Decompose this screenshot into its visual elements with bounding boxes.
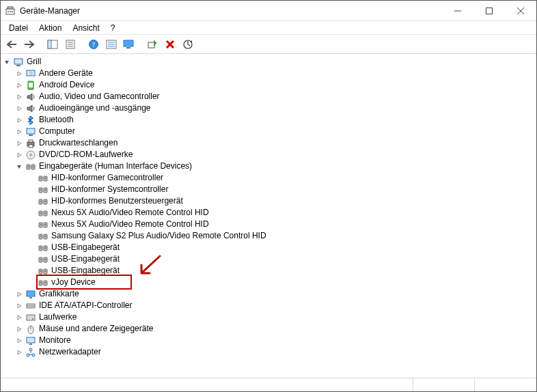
expander-none: [27, 185, 36, 195]
list-button[interactable]: [103, 36, 120, 53]
tree-item-8-9[interactable]: vJoy Device: [2, 277, 535, 288]
remove-device-button[interactable]: [162, 36, 178, 53]
tree-item-9[interactable]: Grafikkarte: [2, 288, 535, 300]
tree-item-2[interactable]: Audio, Video und Gamecontroller: [2, 91, 535, 102]
tree-item-8[interactable]: Eingabegeräte (Human Interface Devices): [2, 160, 535, 172]
tree-item-6[interactable]: Druckwarteschlangen: [2, 137, 535, 149]
svg-point-58: [40, 212, 42, 214]
menu-help[interactable]: ?: [105, 22, 121, 34]
ide-icon: [25, 300, 36, 311]
expand-icon[interactable]: [14, 81, 24, 90]
tree-item-label: IDE ATA/ATAPI-Controller: [39, 300, 136, 311]
tree-item-8-2[interactable]: HID-konformes Benutzersteuergerät: [2, 195, 535, 207]
expand-icon[interactable]: [14, 127, 24, 137]
back-button[interactable]: [3, 36, 20, 53]
update-driver-button[interactable]: [180, 36, 196, 53]
menubar: Datei Aktion Ansicht ?: [1, 21, 536, 35]
tree-item-1[interactable]: Android Device: [2, 79, 535, 91]
collapse-icon[interactable]: [2, 57, 12, 67]
tree-item-14[interactable]: Netzwerkadapter: [2, 346, 535, 358]
close-button[interactable]: [505, 1, 536, 21]
expand-icon[interactable]: [14, 115, 24, 125]
tree-item-3[interactable]: Audioeingänge und -ausgänge: [2, 102, 535, 114]
hid-icon: [38, 173, 49, 184]
minimize-button[interactable]: [442, 1, 473, 21]
tree-item-label: DVD/CD-ROM-Laufwerke: [39, 149, 137, 160]
tree-item-10[interactable]: IDE ATA/ATAPI-Controller: [2, 300, 535, 311]
tree-item-8-5[interactable]: Samsung Galaxy S2 Plus Audio/Video Remot…: [2, 230, 535, 242]
tree-item-8-0[interactable]: HID-konformer Gamecontroller: [2, 172, 535, 184]
svg-point-62: [40, 224, 42, 225]
monitor-button[interactable]: [121, 36, 137, 53]
expand-icon[interactable]: [14, 348, 24, 357]
show-hide-tree-button[interactable]: [44, 36, 61, 53]
svg-point-59: [45, 212, 46, 214]
menu-view[interactable]: Ansicht: [67, 22, 105, 34]
expand-icon[interactable]: [14, 336, 24, 346]
svg-rect-21: [124, 40, 133, 46]
tree-item-label: Grill: [27, 56, 45, 68]
svg-point-82: [40, 282, 42, 283]
expander-none: [27, 197, 36, 206]
tree-item-8-6[interactable]: USB-Eingabegerät: [2, 242, 535, 253]
tree-item-11[interactable]: Laufwerke: [2, 311, 535, 323]
android-icon: [25, 80, 36, 91]
expander-none: [27, 232, 36, 241]
svg-rect-34: [29, 135, 33, 136]
help-button[interactable]: ?: [85, 36, 102, 53]
expand-icon[interactable]: [14, 104, 24, 113]
svg-text:?: ?: [92, 41, 96, 48]
svg-rect-92: [27, 337, 35, 343]
tree-item-0[interactable]: ?Andere Geräte: [2, 68, 535, 79]
disc-icon: [25, 150, 36, 160]
hid-icon: [38, 231, 49, 242]
tree-item-5[interactable]: Computer: [2, 126, 535, 137]
expand-icon[interactable]: [14, 301, 24, 311]
device-tree[interactable]: Grill?Andere GeräteAndroid DeviceAudio, …: [2, 55, 535, 376]
svg-rect-23: [148, 42, 154, 48]
tree-item-label: Laufwerke: [39, 311, 81, 323]
svg-rect-84: [27, 291, 35, 296]
expander-none: [27, 266, 36, 276]
svg-point-66: [40, 236, 42, 237]
tree-item-8-8[interactable]: USB-Eingabegerät: [2, 265, 535, 277]
toolbar: ?: [1, 35, 536, 54]
svg-point-79: [45, 270, 46, 272]
expand-icon[interactable]: [14, 92, 24, 102]
tree-item-8-3[interactable]: Nexus 5X Audio/Video Remote Control HID: [2, 207, 535, 219]
tree-item-8-7[interactable]: USB-Eingabegerät: [2, 253, 535, 265]
tree-item-label: Netzwerkadapter: [39, 346, 105, 358]
svg-rect-36: [29, 140, 33, 142]
tree-root[interactable]: Grill: [2, 56, 535, 68]
tree-item-7[interactable]: DVD/CD-ROM-Laufwerke: [2, 149, 535, 160]
maximize-button[interactable]: [473, 1, 505, 21]
computer-root-icon: [13, 57, 24, 68]
tree-item-13[interactable]: Monitore: [2, 335, 535, 346]
monitor-icon: [25, 335, 36, 346]
tree-item-12[interactable]: Mäuse und andere Zeigegeräte: [2, 323, 535, 335]
collapse-icon[interactable]: [14, 162, 24, 171]
expand-icon[interactable]: [14, 290, 24, 299]
tree-item-label: HID-konformes Benutzersteuergerät: [51, 195, 187, 207]
expand-icon[interactable]: [14, 313, 24, 322]
scan-hardware-button[interactable]: [144, 36, 161, 53]
svg-rect-85: [29, 297, 32, 298]
svg-rect-28: [16, 65, 20, 66]
svg-rect-33: [27, 128, 35, 134]
menu-file[interactable]: Datei: [3, 22, 33, 34]
tree-item-8-1[interactable]: HID-konformer Systemcontroller: [2, 184, 535, 195]
forward-button[interactable]: [21, 36, 38, 53]
drive-icon: [25, 312, 36, 323]
properties-button[interactable]: [62, 36, 79, 53]
svg-point-54: [40, 201, 42, 202]
expand-icon[interactable]: [14, 324, 24, 334]
expand-icon[interactable]: [14, 150, 24, 160]
menu-action[interactable]: Aktion: [33, 22, 67, 34]
tree-item-4[interactable]: Bluetooth: [2, 114, 535, 126]
expand-icon[interactable]: [14, 139, 24, 148]
tree-item-label: Grafikkarte: [39, 288, 83, 300]
tree-item-8-4[interactable]: Nexus 5X Audio/Video Remote Control HID: [2, 219, 535, 230]
svg-rect-6: [486, 8, 493, 14]
network-icon: [25, 347, 36, 358]
expand-icon[interactable]: [14, 69, 24, 79]
